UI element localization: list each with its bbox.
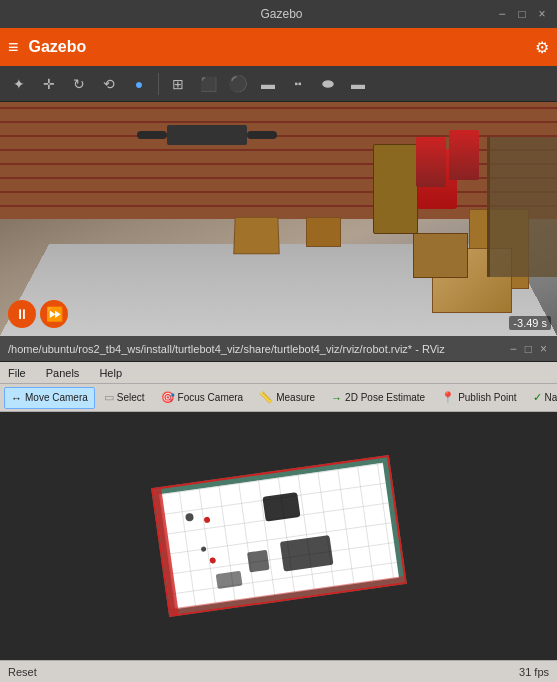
move-camera-icon: ↔: [11, 392, 22, 404]
move-camera-tool[interactable]: ↔ Move Camera: [4, 387, 95, 409]
rviz-minimize-button[interactable]: −: [508, 342, 519, 356]
select-icon: ▭: [104, 391, 114, 404]
capsule-icon[interactable]: ⬬: [315, 71, 341, 97]
obstacle-region-1: [262, 492, 300, 522]
ceiling-vent: [167, 125, 247, 145]
nav2-goal-icon: ✓: [533, 391, 542, 404]
nav2-goal-label: Nav2 Goal: [545, 392, 557, 403]
obstacle-dot-2: [200, 546, 206, 552]
robot-position-marker: [203, 517, 210, 524]
pause-button[interactable]: ⏸: [8, 300, 36, 328]
gazebo-title: Gazebo: [68, 7, 495, 21]
tall-crate: [373, 144, 418, 234]
obstacle-region-4: [215, 571, 242, 589]
gazebo-window: Gazebo − □ × ≡ Gazebo ⚙ ✦ ✛ ↻ ⟲ ● ⊞ ⬛ ⚫ …: [0, 0, 557, 336]
select-tool[interactable]: ▭ Select: [97, 387, 152, 409]
help-menu[interactable]: Help: [95, 367, 126, 379]
map-visualization: [151, 455, 407, 617]
rotate-mode-icon[interactable]: ↻: [66, 71, 92, 97]
move-camera-label: Move Camera: [25, 392, 88, 403]
undo-icon[interactable]: ⟲: [96, 71, 122, 97]
gazebo-viewport[interactable]: -3.49 s ⏸ ⏩: [0, 102, 557, 336]
publish-point-icon: 📍: [441, 391, 455, 404]
rviz-file-path: /home/ubuntu/ros2_tb4_ws/install/turtleb…: [8, 343, 508, 355]
gazebo-restore-button[interactable]: □: [515, 7, 529, 21]
measure-icon: 📏: [259, 391, 273, 404]
publish-point-label: Publish Point: [458, 392, 516, 403]
toolbar-divider-1: [158, 73, 159, 95]
redo-icon[interactable]: ●: [126, 71, 152, 97]
gazebo-menubar: ≡ Gazebo ⚙: [0, 28, 557, 66]
crate-1: [233, 217, 280, 254]
translate-mode-icon[interactable]: ✛: [36, 71, 62, 97]
rviz-restore-button[interactable]: □: [523, 342, 534, 356]
rviz-3d-viewport[interactable]: [0, 412, 557, 660]
gazebo-titlebar: Gazebo − □ ×: [0, 0, 557, 28]
red-barrel-2: [416, 137, 446, 187]
settings-icon[interactable]: ⚙: [535, 38, 549, 57]
gazebo-toolbar: ✦ ✛ ↻ ⟲ ● ⊞ ⬛ ⚫ ▬ ▪▪ ⬬ ▬: [0, 66, 557, 102]
pose-estimate-label: 2D Pose Estimate: [345, 392, 425, 403]
rviz-menubar: File Panels Help: [0, 362, 557, 384]
gazebo-window-controls: − □ ×: [495, 7, 549, 21]
rviz-close-button[interactable]: ×: [538, 342, 549, 356]
medium-crate: [413, 233, 468, 278]
rviz-statusbar: Reset 31 fps: [0, 660, 557, 682]
measure-label: Measure: [276, 392, 315, 403]
pose-estimate-icon: →: [331, 392, 342, 404]
map-outer-border: [151, 455, 407, 617]
small-box-icon[interactable]: ▪▪: [285, 71, 311, 97]
publish-point-tool[interactable]: 📍 Publish Point: [434, 387, 523, 409]
shelf-unit: [487, 137, 557, 277]
obstacle-region-2: [279, 535, 333, 572]
playback-controls: ⏸ ⏩: [8, 300, 68, 328]
robot-marker-2: [208, 557, 215, 564]
rviz-window: /home/ubuntu/ros2_tb4_ws/install/turtleb…: [0, 336, 557, 682]
red-barrel-3: [449, 130, 479, 180]
fast-forward-button[interactable]: ⏩: [40, 300, 68, 328]
sphere-shape-icon[interactable]: ⚫: [225, 71, 251, 97]
hamburger-menu-icon[interactable]: ≡: [8, 37, 19, 58]
rviz-toolbar: ↔ Move Camera ▭ Select 🎯 Focus Camera 📏 …: [0, 384, 557, 412]
focus-camera-label: Focus Camera: [178, 392, 244, 403]
flat-shape-icon[interactable]: ▬: [345, 71, 371, 97]
gazebo-logo: Gazebo: [29, 38, 525, 56]
rviz-window-controls: − □ ×: [508, 342, 549, 356]
measure-tool[interactable]: 📏 Measure: [252, 387, 322, 409]
focus-camera-tool[interactable]: 🎯 Focus Camera: [154, 387, 251, 409]
gazebo-3d-scene: -3.49 s ⏸ ⏩: [0, 102, 557, 336]
panels-menu[interactable]: Panels: [42, 367, 84, 379]
gazebo-close-button[interactable]: ×: [535, 7, 549, 21]
rviz-status-text: Reset: [8, 666, 37, 678]
grid-icon[interactable]: ⊞: [165, 71, 191, 97]
select-mode-icon[interactable]: ✦: [6, 71, 32, 97]
nav2-goal-tool[interactable]: ✓ Nav2 Goal: [526, 387, 557, 409]
obstacle-region-3: [247, 549, 270, 572]
gazebo-minimize-button[interactable]: −: [495, 7, 509, 21]
crate-2: [306, 217, 341, 247]
file-menu[interactable]: File: [4, 367, 30, 379]
focus-camera-icon: 🎯: [161, 391, 175, 404]
cylinder-shape-icon[interactable]: ▬: [255, 71, 281, 97]
box-shape-icon[interactable]: ⬛: [195, 71, 221, 97]
rviz-titlebar: /home/ubuntu/ros2_tb4_ws/install/turtleb…: [0, 336, 557, 362]
select-label: Select: [117, 392, 145, 403]
obstacle-dot-1: [184, 513, 193, 522]
fps-display: -3.49 s: [509, 316, 551, 330]
pose-estimate-tool[interactable]: → 2D Pose Estimate: [324, 387, 432, 409]
rviz-fps-display: 31 fps: [519, 666, 549, 678]
